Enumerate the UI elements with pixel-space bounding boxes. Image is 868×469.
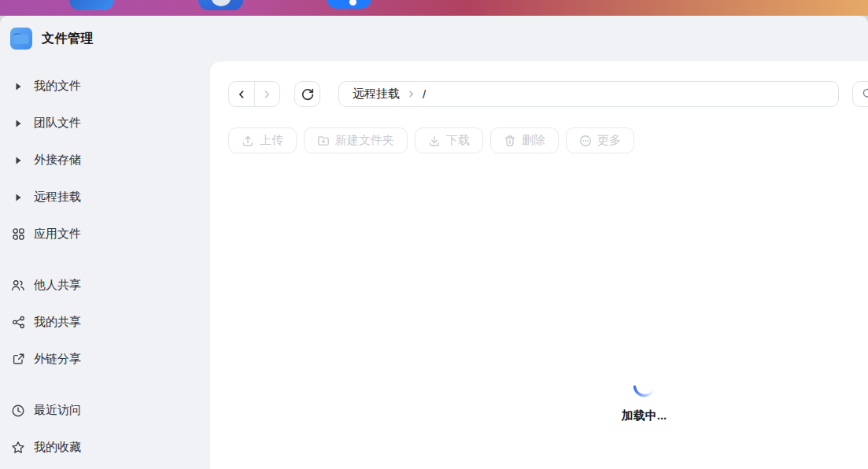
sidebar-item-label: 最近访问 — [34, 403, 81, 418]
file-manager-window: 文件管理 我的文件 团队文件 外接存储 远程挂载 — [0, 16, 868, 469]
back-button[interactable] — [229, 82, 254, 106]
caret-right-icon — [11, 116, 25, 131]
new-folder-icon — [317, 135, 330, 147]
sidebar-item-shared-by-others[interactable]: 他人共享 — [0, 267, 210, 304]
chevron-right-icon — [407, 90, 416, 98]
sidebar-item-team-files[interactable]: 团队文件 — [0, 105, 210, 142]
sidebar-item-external-link-share[interactable]: 外链分享 — [0, 341, 210, 378]
upload-button[interactable]: 上传 — [228, 127, 297, 153]
button-label: 更多 — [597, 133, 621, 148]
dock-icon-glyph — [212, 0, 231, 6]
people-icon — [11, 279, 25, 293]
file-browser-panel: 远程挂载 / 上传 — [210, 61, 868, 469]
sidebar-item-external-storage[interactable]: 外接存储 — [0, 142, 210, 179]
search-button[interactable] — [852, 81, 868, 107]
download-button[interactable]: 下载 — [415, 127, 483, 153]
upload-icon — [242, 135, 254, 147]
download-icon — [428, 135, 441, 147]
share-icon — [11, 316, 25, 330]
star-icon — [11, 441, 25, 455]
button-label: 删除 — [522, 133, 545, 148]
toolbar: 上传 新建文件夹 — [228, 127, 634, 153]
history-nav-group — [228, 81, 280, 107]
screen: 文件管理 我的文件 团队文件 外接存储 远程挂载 — [0, 0, 868, 469]
sidebar-item-app-files[interactable]: 应用文件 — [0, 216, 210, 253]
more-button[interactable]: 更多 — [566, 127, 634, 153]
search-icon — [862, 87, 868, 101]
sidebar-item-label: 应用文件 — [34, 227, 81, 242]
export-icon — [11, 353, 25, 367]
sidebar-item-remote-mount[interactable]: 远程挂载 — [0, 179, 210, 216]
sidebar-group-sharing: 他人共享 我的共享 — [0, 267, 210, 378]
breadcrumb-root[interactable]: 远程挂载 — [353, 87, 400, 102]
breadcrumb[interactable]: 远程挂载 / — [338, 81, 839, 107]
trash-icon — [504, 135, 516, 147]
clock-icon — [11, 404, 25, 418]
forward-button[interactable] — [254, 82, 279, 106]
desktop-gradient-strip — [0, 0, 868, 16]
sidebar-item-my-shares[interactable]: 我的共享 — [0, 304, 210, 341]
caret-right-icon — [11, 79, 25, 94]
dock-icon-glyph — [349, 0, 356, 6]
sidebar-group-files: 我的文件 团队文件 外接存储 远程挂载 — [0, 68, 210, 253]
caret-right-icon — [11, 153, 25, 168]
button-label: 上传 — [260, 133, 283, 148]
breadcrumb-path[interactable]: / — [423, 87, 426, 101]
folder-app-icon — [10, 28, 32, 50]
sidebar-item-favorites[interactable]: 我的收藏 — [0, 429, 210, 466]
more-icon — [579, 135, 592, 147]
sidebar-item-label: 我的共享 — [34, 315, 81, 330]
sidebar-item-label: 我的文件 — [34, 79, 81, 94]
spinner-icon — [631, 379, 658, 403]
apps-icon — [11, 227, 25, 242]
new-folder-button[interactable]: 新建文件夹 — [304, 127, 408, 153]
sidebar-item-recent[interactable]: 最近访问 — [0, 392, 210, 429]
dock-app-icon[interactable] — [198, 0, 243, 10]
app-header: 文件管理 — [0, 16, 868, 61]
sidebar-item-label: 远程挂载 — [34, 190, 81, 205]
sidebar-item-label: 他人共享 — [34, 278, 81, 293]
refresh-button[interactable] — [294, 81, 320, 107]
sidebar: 我的文件 团队文件 外接存储 远程挂载 — [0, 61, 210, 469]
sidebar-item-label: 我的收藏 — [34, 440, 81, 455]
page-title: 文件管理 — [42, 31, 94, 47]
sidebar-item-label: 外接存储 — [34, 153, 81, 168]
sidebar-group-quick: 最近访问 我的收藏 — [0, 392, 210, 466]
dock-app-icon[interactable] — [327, 0, 371, 9]
button-label: 新建文件夹 — [335, 133, 394, 148]
button-label: 下载 — [446, 133, 470, 148]
refresh-icon — [301, 87, 315, 102]
loading-text: 加载中... — [622, 408, 667, 423]
sidebar-item-label: 外链分享 — [34, 352, 81, 367]
delete-button[interactable]: 删除 — [490, 127, 559, 153]
sidebar-item-my-files[interactable]: 我的文件 — [0, 68, 210, 105]
loading-indicator: 加载中... — [587, 379, 701, 423]
caret-right-icon — [11, 190, 25, 205]
sidebar-item-label: 团队文件 — [34, 116, 81, 131]
dock-app-icon[interactable] — [69, 0, 114, 10]
